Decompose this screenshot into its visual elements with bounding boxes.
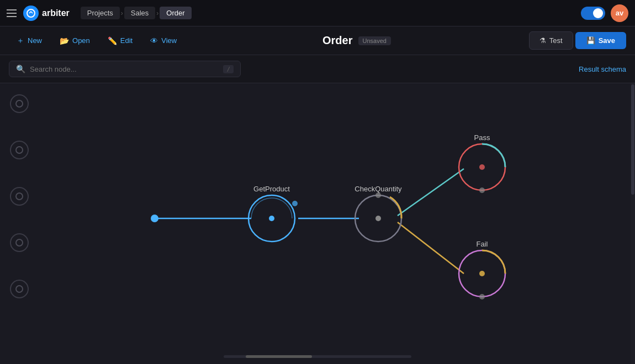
unsaved-badge: Unsaved [358,36,391,45]
svg-point-7 [292,201,298,206]
svg-text:GetProduct: GetProduct [253,185,290,193]
svg-text:Fail: Fail [477,240,488,248]
svg-point-18 [269,216,274,221]
svg-point-0 [27,9,35,17]
breadcrumb-order[interactable]: Order [160,7,191,19]
flow-diagram: GetProduct CheckQuantity Pass Fail [0,83,635,364]
result-schema-link[interactable]: Result schema [579,65,626,73]
nav-right: av [581,4,628,22]
svg-point-20 [479,164,485,170]
save-button[interactable]: 💾 Save [575,32,626,49]
logo-text: arbiter [42,8,70,18]
toolbar: ＋ New 📂 Open ✏️ Edit 👁 View Order Unsave… [0,26,635,55]
search-wrap: 🔍 / [9,61,241,77]
vscroll-thumb[interactable] [631,84,634,195]
test-button[interactable]: ⚗ Test [529,31,573,50]
svg-text:Pass: Pass [474,133,490,142]
logo: arbiter [23,6,70,21]
page-title: Order [322,34,352,47]
svg-point-5 [151,215,158,222]
svg-text:CheckQuantity: CheckQuantity [354,185,402,193]
breadcrumb-arrow-2: › [156,9,158,17]
vertical-scrollbar[interactable] [631,83,635,364]
folder-icon: 📂 [60,36,69,45]
svg-point-9 [375,192,381,198]
search-slash: / [223,65,234,73]
scrollbar-thumb[interactable] [246,355,312,358]
open-button[interactable]: 📂 Open [52,33,98,49]
svg-point-19 [375,216,381,221]
logo-icon [23,6,39,21]
breadcrumb-arrow-1: › [121,9,123,17]
new-button[interactable]: ＋ New [9,33,50,49]
view-button[interactable]: 👁 View [142,33,184,49]
toolbar-title: Order Unsaved [187,34,527,47]
hamburger-menu[interactable] [7,9,17,17]
svg-point-11 [479,188,485,193]
search-bar: 🔍 / Result schema [0,55,635,83]
svg-line-4 [398,222,464,274]
search-input[interactable] [30,65,219,73]
eye-icon: 👁 [150,36,158,45]
breadcrumb-sales[interactable]: Sales [124,7,156,19]
edit-icon: ✏️ [108,36,117,45]
new-icon: ＋ [17,36,24,46]
edit-button[interactable]: ✏️ Edit [100,33,140,49]
avatar[interactable]: av [611,4,628,22]
svg-point-13 [479,294,485,299]
flask-icon: ⚗ [539,36,546,45]
canvas[interactable]: GetProduct CheckQuantity Pass Fail [0,83,635,364]
horizontal-scrollbar[interactable] [224,355,411,358]
save-icon: 💾 [586,36,595,45]
svg-point-21 [479,271,485,276]
breadcrumb: Projects › Sales › Order [81,7,192,19]
svg-line-3 [398,169,464,216]
search-icon: 🔍 [16,65,25,73]
navbar: arbiter Projects › Sales › Order av [0,0,635,26]
theme-toggle[interactable] [581,7,605,20]
breadcrumb-projects[interactable]: Projects [81,7,120,19]
